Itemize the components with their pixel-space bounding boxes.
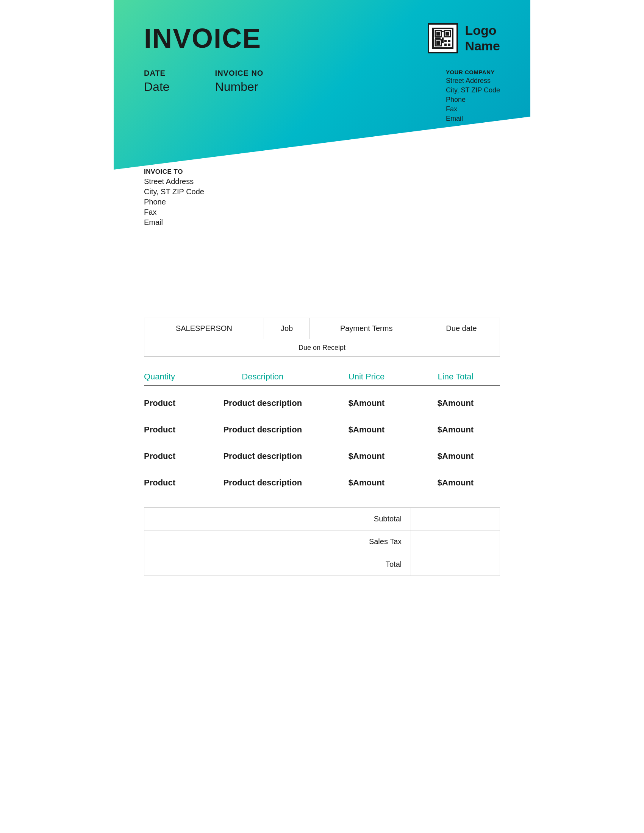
unit-price-header: Unit Price (322, 372, 411, 382)
row4-line-total: $Amount (411, 478, 500, 488)
line-items-body: Product Product description $Amount $Amo… (144, 390, 500, 496)
job-header: Job (264, 318, 310, 339)
invoice-to-label: INVOICE TO (144, 168, 500, 176)
payment-terms-header: Payment Terms (310, 318, 423, 339)
total-label: Total (144, 553, 411, 576)
company-street: Street Address (446, 77, 500, 85)
logo-icon (428, 23, 458, 53)
invoice-no-label: INVOICE NO (215, 69, 264, 78)
invoice-to-city: City, ST ZIP Code (144, 187, 500, 196)
salesperson-header: SALESPERSON (144, 318, 264, 339)
svg-rect-4 (446, 32, 449, 35)
line-items-header: Quantity Description Unit Price Line Tot… (144, 364, 500, 386)
svg-rect-10 (448, 43, 451, 46)
table-row: Product Product description $Amount $Amo… (144, 390, 500, 416)
company-city: City, ST ZIP Code (446, 86, 500, 94)
row3-quantity: Product (144, 451, 203, 461)
invoice-to-email: Email (144, 218, 500, 227)
row4-unit-price: $Amount (322, 478, 411, 488)
row2-unit-price: $Amount (322, 425, 411, 435)
row3-description: Product description (203, 451, 322, 461)
total-value (411, 553, 500, 576)
row3-unit-price: $Amount (322, 451, 411, 461)
due-on-receipt: Due on Receipt (144, 339, 500, 357)
total-row: Total (144, 553, 500, 576)
line-total-header: Line Total (411, 372, 500, 382)
sales-tax-label: Sales Tax (144, 531, 411, 553)
row1-unit-price: $Amount (322, 398, 411, 408)
invoice-no-value: Number (215, 80, 264, 94)
svg-rect-8 (448, 40, 451, 42)
company-name: YOUR COMPANY (446, 69, 500, 76)
svg-rect-12 (442, 37, 444, 43)
sales-tax-row: Sales Tax (144, 531, 500, 553)
tables-section: SALESPERSON Job Payment Terms Due date D… (144, 318, 500, 576)
company-email: Email (446, 115, 500, 123)
sales-tax-value (411, 531, 500, 553)
row2-quantity: Product (144, 425, 203, 435)
svg-rect-2 (436, 32, 440, 35)
date-label: DATE (144, 69, 170, 78)
svg-rect-7 (444, 40, 447, 42)
totals-table: Subtotal Sales Tax Total (144, 507, 500, 576)
company-phone: Phone (446, 96, 500, 104)
date-field: DATE Date (144, 69, 170, 94)
row1-line-total: $Amount (411, 398, 500, 408)
meta-left: DATE Date INVOICE NO Number (144, 69, 263, 94)
content-area: INVOICE (114, 0, 530, 599)
logo-area: Logo Name (428, 23, 500, 54)
line-items-divider (144, 386, 500, 386)
row2-description: Product description (203, 425, 322, 435)
table-row: Product Product description $Amount $Amo… (144, 416, 500, 443)
invoice-title: INVOICE (144, 23, 261, 54)
meta-section: DATE Date INVOICE NO Number YOUR COMPANY… (144, 69, 500, 123)
due-date-header: Due date (423, 318, 500, 339)
svg-rect-13 (435, 37, 441, 39)
svg-rect-9 (444, 43, 447, 46)
logo-svg (431, 27, 454, 50)
invoice-to-section: INVOICE TO Street Address City, ST ZIP C… (144, 168, 500, 227)
row2-line-total: $Amount (411, 425, 500, 435)
logo-name-line2: Name (465, 38, 500, 54)
date-value: Date (144, 80, 170, 94)
logo-text: Logo Name (465, 23, 500, 54)
row1-description: Product description (203, 398, 322, 408)
invoice-to-street: Street Address (144, 177, 500, 186)
row3-line-total: $Amount (411, 451, 500, 461)
salesperson-table: SALESPERSON Job Payment Terms Due date D… (144, 318, 500, 357)
invoice-to-phone: Phone (144, 198, 500, 206)
company-fax: Fax (446, 105, 500, 113)
row4-quantity: Product (144, 478, 203, 488)
description-header: Description (203, 372, 322, 382)
company-info: YOUR COMPANY Street Address City, ST ZIP… (446, 69, 500, 123)
svg-rect-6 (436, 41, 440, 45)
subtotal-row: Subtotal (144, 508, 500, 531)
invoice-to-fax: Fax (144, 208, 500, 217)
table-row: Product Product description $Amount $Amo… (144, 470, 500, 496)
top-section: INVOICE (144, 23, 500, 54)
invoice-no-field: INVOICE NO Number (215, 69, 264, 94)
table-row: Product Product description $Amount $Amo… (144, 443, 500, 470)
logo-name-line1: Logo (465, 23, 500, 38)
svg-rect-11 (442, 31, 444, 32)
quantity-header: Quantity (144, 372, 203, 382)
invoice-page: INVOICE (114, 0, 530, 833)
row1-quantity: Product (144, 398, 203, 408)
row4-description: Product description (203, 478, 322, 488)
subtotal-label: Subtotal (144, 508, 411, 531)
subtotal-value (411, 508, 500, 531)
